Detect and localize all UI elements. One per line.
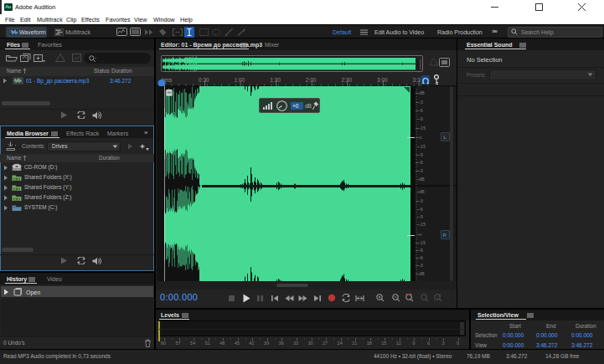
svg-text:': '	[98, 111, 99, 115]
